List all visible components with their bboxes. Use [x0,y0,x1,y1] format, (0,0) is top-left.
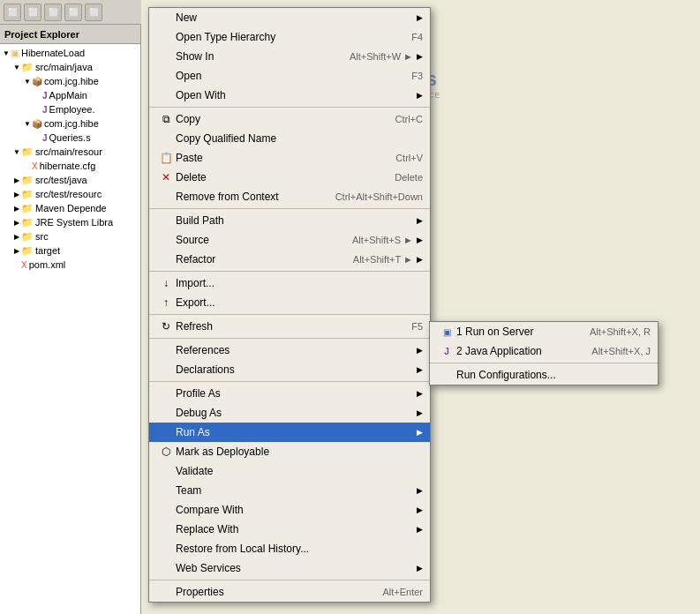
toolbar-btn-2[interactable]: ⬜ [24,4,41,21]
expand-arrow[interactable]: ▶ [12,219,21,227]
submenu-arrow: ▶ [417,428,423,437]
expand-arrow[interactable]: ▼ [23,78,32,86]
tree-item[interactable]: ▼📦com.jcg.hibe [0,74,140,88]
menu-item-run-as[interactable]: Run As▶ [149,423,430,442]
tree-item-label: HibernateLoad [21,48,85,58]
menu-item-source[interactable]: SourceAlt+Shift+S ►▶ [149,230,430,250]
submenu-arrow: ▶ [417,255,423,264]
menu-item-debug-as[interactable]: Debug As▶ [149,403,430,423]
expand-arrow[interactable]: ▶ [12,205,21,213]
menu-item-paste[interactable]: 📋PasteCtrl+V [149,148,430,168]
menu-item-references[interactable]: References▶ [149,341,430,360]
submenu-arrow: ▶ [417,13,423,22]
menu-item-declarations[interactable]: Declarations▶ [149,360,430,379]
menu-item-mark-as-deployable[interactable]: ⬡Mark as Deployable [149,442,430,461]
tree-item[interactable]: ▼📦com.jcg.hibe [0,116,140,131]
expand-arrow[interactable]: ▼ [12,64,21,71]
menu-item-replace-with[interactable]: Replace With▶ [149,520,430,539]
menu-item-refactor[interactable]: RefactorAlt+Shift+T ►▶ [149,250,430,269]
menu-item-open-with[interactable]: Open With▶ [149,86,430,105]
menu-item-compare-with[interactable]: Compare With▶ [149,500,430,520]
tree-item[interactable]: ▶📁src [0,229,140,243]
menu-item-build-path[interactable]: Build Path▶ [149,211,430,230]
tree-item[interactable]: ▶📁Maven Depende [0,201,140,215]
submenu-arrow: ▶ [417,389,423,398]
package-icon: 📦 [32,119,42,129]
menu-item-open[interactable]: OpenF3 [149,66,430,86]
menu-item-copy-qualified-name[interactable]: Copy Qualified Name [149,129,430,148]
menu-item-label: Mark as Deployable [176,446,405,458]
menu-item-copy[interactable]: ⧉CopyCtrl+C [149,109,430,129]
runas-item-label: 2 Java Application [456,345,574,357]
menu-item-label: Export... [176,296,405,309]
menu-item-shortcut: Alt+Enter [382,587,423,597]
context-menu: New▶Open Type HierarchyF4Show InAlt+Shif… [148,7,431,603]
tree-item[interactable]: ▶📁src/test/resourc [0,187,140,201]
expand-arrow[interactable]: ▶ [12,247,21,255]
menu-item-label: Remove from Context [176,191,318,203]
tree-item-label: JRE System Libra [35,217,113,228]
tree-item[interactable]: ▼📁src/main/resour [0,145,140,159]
xml-icon: X [32,161,38,171]
menu-item-properties[interactable]: PropertiesAlt+Enter [149,582,430,602]
menu-item-new[interactable]: New▶ [149,8,430,27]
java-icon: J [42,91,48,101]
menu-item-label: New [176,11,395,24]
menu-item-label: Declarations [176,363,395,376]
menu-item-icon: ⬡ [156,446,176,458]
menu-item-shortcut: Ctrl+Alt+Shift+Down [335,191,423,202]
menu-item-delete[interactable]: ✕DeleteDelete [149,168,430,187]
expand-arrow[interactable]: ▼ [2,49,11,57]
submenu-arrow: ▶ [417,216,423,225]
tree-item[interactable]: ▶📁target [0,243,140,258]
menu-item-label: Build Path [176,214,395,227]
menu-item-restore-from-local-history[interactable]: Restore from Local History... [149,539,430,558]
tree-item[interactable]: ▼📁src/main/java [0,60,140,74]
expand-arrow[interactable]: ▼ [23,120,32,128]
tree-item-label: src [35,231,49,242]
expand-arrow[interactable]: ▶ [12,191,21,198]
expand-arrow[interactable]: ▼ [12,148,21,156]
toolbar-btn-3[interactable]: ⬜ [44,4,62,21]
tree-item[interactable]: Xpom.xml [0,258,140,272]
toolbar-btn-4[interactable]: ⬜ [64,4,82,21]
menu-item-web-services[interactable]: Web Services▶ [149,558,430,578]
menu-divider [149,208,430,209]
tree-item-label: src/main/java [35,62,93,72]
menu-item-show-in[interactable]: Show InAlt+Shift+W ►▶ [149,47,430,66]
runas-item-1-run-on-server[interactable]: ▣1 Run on ServerAlt+Shift+X, R [430,322,658,341]
folder-icon: 📁 [21,189,34,200]
menu-item-export[interactable]: ↑Export... [149,293,430,312]
submenu-arrow: ▶ [417,486,423,495]
menu-item-open-type-hierarchy[interactable]: Open Type HierarchyF4 [149,27,430,47]
menu-item-refresh[interactable]: ↻RefreshF5 [149,317,430,336]
toolbar-btn-5[interactable]: ⬜ [85,4,102,21]
submenu-arrow: ▶ [417,365,423,374]
menu-item-team[interactable]: Team▶ [149,481,430,500]
expand-arrow[interactable]: ▶ [12,233,21,241]
tree-item[interactable]: JAppMain [0,88,140,102]
tree-item[interactable]: JQueries.s [0,131,140,145]
menu-item-shortcut: Delete [395,172,423,183]
menu-item-icon: ↑ [156,296,176,309]
menu-item-profile-as[interactable]: Profile As▶ [149,384,430,403]
tree-item[interactable]: ▶📁src/test/java [0,173,140,187]
menu-item-icon: 📋 [156,152,176,164]
toolbar-btn-1[interactable]: ⬜ [4,4,21,21]
tree-item[interactable]: Xhibernate.cfg [0,159,140,173]
runas-item-run-configurations[interactable]: Run Configurations... [430,365,658,385]
menu-item-import[interactable]: ↓Import... [149,273,430,293]
menu-item-label: References [176,344,395,356]
menu-item-validate[interactable]: Validate [149,461,430,481]
toolbar: ⬜ ⬜ ⬜ ⬜ ⬜ [0,0,141,25]
tree-item[interactable]: JEmployee. [0,102,140,116]
runas-item-shortcut: Alt+Shift+X, R [590,326,651,337]
menu-item-label: Profile As [176,387,395,400]
runas-item-2-java-application[interactable]: J2 Java ApplicationAlt+Shift+X, J [430,341,658,361]
menu-item-remove-from-context[interactable]: Remove from ContextCtrl+Alt+Shift+Down [149,187,430,206]
tree-item-label: Queries.s [49,132,91,143]
expand-arrow[interactable]: ▶ [12,176,21,184]
menu-item-icon: ↓ [156,277,176,289]
tree-item[interactable]: ▼▣HibernateLoad [0,46,140,60]
tree-item[interactable]: ▶📁JRE System Libra [0,215,140,229]
